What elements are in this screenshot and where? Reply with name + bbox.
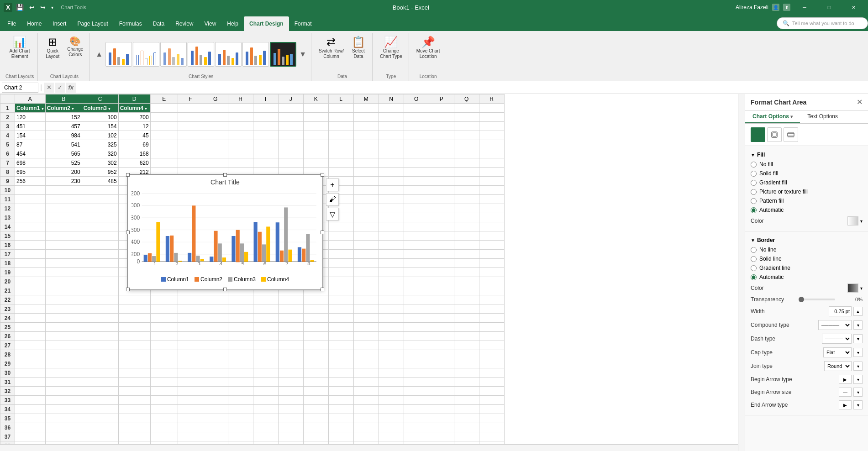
cell[interactable]	[45, 213, 82, 222]
cell[interactable]	[150, 414, 178, 423]
fill-section-header[interactable]: ▼ Fill	[751, 150, 863, 160]
transparency-slider[interactable]	[799, 299, 835, 300]
cell[interactable]	[328, 396, 353, 405]
cell[interactable]	[203, 414, 228, 423]
no-line-radio-row[interactable]: No line	[751, 245, 863, 254]
add-chart-element-button[interactable]: 📊 Add ChartElement	[7, 35, 33, 61]
cell[interactable]	[353, 332, 379, 341]
cell[interactable]	[479, 259, 504, 268]
cell[interactable]	[429, 259, 454, 268]
cell[interactable]	[178, 396, 203, 405]
move-chart-button[interactable]: 📌 Move ChartLocation	[414, 35, 443, 61]
cell[interactable]	[479, 140, 504, 149]
cell[interactable]	[278, 158, 303, 168]
cell[interactable]	[178, 432, 203, 441]
cell[interactable]	[15, 341, 46, 350]
cell[interactable]	[45, 332, 82, 341]
cell[interactable]	[303, 140, 328, 149]
tab-text-options[interactable]: Text Options	[800, 110, 845, 123]
solid-line-radio[interactable]	[751, 256, 757, 262]
cell[interactable]	[479, 268, 504, 277]
cell[interactable]	[303, 323, 328, 332]
cell[interactable]	[379, 286, 404, 295]
cell[interactable]	[15, 368, 46, 378]
cell[interactable]	[228, 122, 253, 131]
tab-chart-design[interactable]: Chart Design	[244, 16, 289, 31]
border-color-arrow[interactable]: ▾	[860, 286, 863, 291]
cell[interactable]	[253, 387, 278, 396]
col-header-c[interactable]: C	[82, 94, 118, 104]
cell[interactable]	[253, 323, 278, 332]
cell[interactable]	[328, 122, 353, 131]
cell[interactable]	[82, 195, 118, 204]
cell[interactable]	[353, 277, 379, 286]
cell[interactable]	[150, 405, 178, 414]
tab-chart-options[interactable]: Chart Options ▾	[745, 110, 800, 123]
cell[interactable]	[203, 323, 228, 332]
cell[interactable]	[429, 332, 454, 341]
cell[interactable]	[303, 295, 328, 304]
cell[interactable]: 302	[82, 158, 118, 168]
solid-line-radio-row[interactable]: Solid line	[751, 254, 863, 263]
cell[interactable]	[404, 113, 429, 122]
cell[interactable]	[253, 332, 278, 341]
cell[interactable]	[429, 149, 454, 158]
cell[interactable]	[328, 304, 353, 314]
cell[interactable]	[45, 423, 82, 432]
cell[interactable]	[203, 131, 228, 140]
fill-line-icon-btn[interactable]	[751, 127, 765, 142]
automatic-line-radio-row[interactable]: Automatic	[751, 273, 863, 282]
cell[interactable]	[118, 304, 150, 314]
cell[interactable]	[353, 295, 379, 304]
end-arrow-type-btn[interactable]: ▶	[839, 400, 852, 409]
cell[interactable]	[15, 314, 46, 323]
cell[interactable]	[150, 104, 178, 113]
cell[interactable]	[404, 213, 429, 222]
cell[interactable]: Column4 ▾	[118, 104, 150, 113]
cell[interactable]	[118, 405, 150, 414]
cell[interactable]	[353, 213, 379, 222]
cell[interactable]	[429, 268, 454, 277]
cell[interactable]	[278, 140, 303, 149]
cell[interactable]	[328, 423, 353, 432]
cell[interactable]	[429, 396, 454, 405]
cell[interactable]	[303, 396, 328, 405]
begin-arrow-size-arrow[interactable]: ▾	[853, 388, 863, 397]
vertical-scrollbar[interactable]	[738, 94, 745, 451]
gradient-fill-radio-row[interactable]: Gradient fill	[751, 178, 863, 187]
cell[interactable]	[82, 268, 118, 277]
cell[interactable]	[454, 396, 479, 405]
cell[interactable]	[82, 277, 118, 286]
cell[interactable]: 45	[118, 131, 150, 140]
cell[interactable]	[429, 350, 454, 359]
cell[interactable]	[404, 341, 429, 350]
cell[interactable]	[203, 432, 228, 441]
cell[interactable]	[178, 158, 203, 168]
cell[interactable]	[82, 286, 118, 295]
cell[interactable]	[303, 423, 328, 432]
grid-wrapper[interactable]: A B C D E F G H I J K L M N O	[0, 94, 745, 451]
cell[interactable]	[353, 168, 379, 177]
col-header-n[interactable]: N	[379, 94, 404, 104]
cell[interactable]	[328, 131, 353, 140]
cell[interactable]	[429, 177, 454, 186]
cell[interactable]	[228, 314, 253, 323]
cell[interactable]	[278, 423, 303, 432]
cell[interactable]	[454, 432, 479, 441]
col-header-h[interactable]: H	[228, 94, 253, 104]
chart-style-1[interactable]	[105, 42, 132, 67]
cell[interactable]	[404, 259, 429, 268]
cell[interactable]	[454, 122, 479, 131]
cell[interactable]	[253, 432, 278, 441]
change-chart-type-button[interactable]: 📈 ChangeChart Type	[377, 35, 405, 61]
cell[interactable]	[228, 295, 253, 304]
cell[interactable]	[228, 378, 253, 387]
solid-fill-radio-row[interactable]: Solid fill	[751, 169, 863, 178]
cell[interactable]	[15, 259, 46, 268]
cell[interactable]	[454, 405, 479, 414]
cell[interactable]	[429, 295, 454, 304]
cell[interactable]	[404, 231, 429, 241]
cell[interactable]	[150, 149, 178, 158]
cell[interactable]	[454, 140, 479, 149]
cell[interactable]	[454, 158, 479, 168]
